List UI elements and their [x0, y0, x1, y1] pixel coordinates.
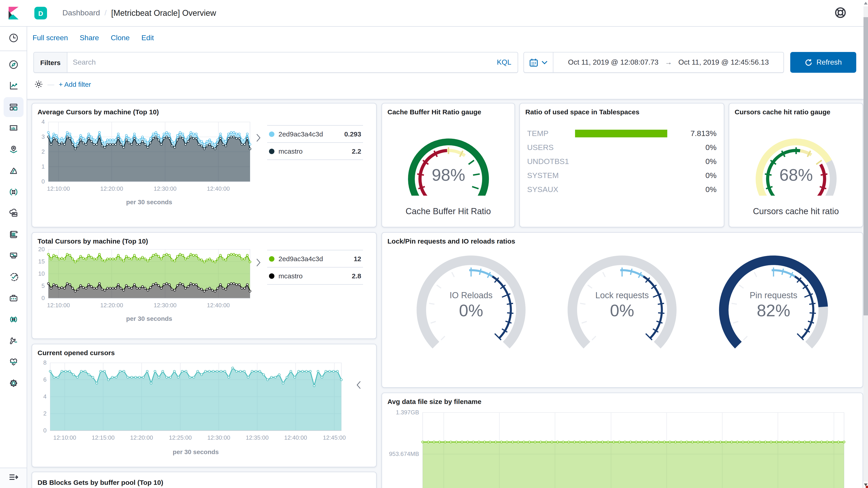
sidebar-item-dev-tools[interactable] [3, 331, 23, 351]
share-button[interactable]: Share [80, 34, 99, 42]
svg-text:12:10:00: 12:10:00 [47, 302, 70, 308]
sidebar-item-monitoring[interactable] [3, 352, 23, 372]
svg-text:12:40:00: 12:40:00 [207, 302, 230, 308]
tablespace-bar-zone [575, 186, 678, 193]
tablespace-bar-zone [575, 172, 678, 180]
scroll-up-arrow-icon[interactable] [864, 2, 868, 4]
scrollbar-track[interactable] [864, 6, 868, 482]
legend-item[interactable]: 2ed9ac3a4c3d 12 [267, 250, 363, 267]
space-badge[interactable]: D [34, 7, 47, 20]
tablespace-name: SYSAUX [527, 185, 575, 194]
svg-text:per 30 seconds: per 30 seconds [126, 315, 172, 322]
panel-tablespaces: Ratio of used space in Tablespaces TEMP7… [520, 103, 724, 227]
calendar-icon [529, 58, 538, 67]
tablespace-value: 0% [678, 171, 717, 180]
legend-item[interactable]: mcastro 2.2 [267, 142, 363, 160]
legend-item[interactable]: 2ed9ac3a4c3d 0.293 [267, 125, 363, 142]
svg-text:IO Reloads: IO Reloads [450, 291, 493, 300]
sidebar-item-visualize[interactable] [3, 76, 23, 96]
filters-button[interactable]: Filters [34, 53, 67, 72]
gear-icon[interactable] [34, 80, 43, 89]
tablespace-value: 0% [678, 185, 717, 194]
svg-text:98%: 98% [432, 166, 465, 184]
sidebar-item-logs[interactable] [3, 225, 23, 245]
time-range: Oct 11, 2019 @ 12:08:07.73 → Oct 11, 201… [553, 58, 783, 66]
sidebar-item-machine-learning[interactable] [3, 161, 23, 181]
panel-title: DB Blocks Gets by buffer pool (Top 10) [32, 472, 376, 487]
sidebar-item-metrics[interactable] [3, 203, 23, 223]
cache-buffer-gauge[interactable]: 98% [382, 117, 515, 197]
corner-marker [866, 486, 868, 488]
sidebar-collapse-button[interactable] [0, 468, 27, 488]
current-cursors-chart[interactable]: 0246812:10:0012:15:0012:20:0012:25:0012:… [32, 357, 376, 459]
vertical-scrollbar[interactable] [864, 0, 868, 488]
breadcrumb-dashboard-link[interactable]: Dashboard [62, 8, 100, 18]
svg-text:15: 15 [38, 258, 45, 265]
svg-text:0: 0 [41, 295, 45, 301]
full-screen-button[interactable]: Full screen [33, 34, 68, 42]
tablespace-bar-zone [575, 130, 678, 137]
sidebar-item-canvas[interactable] [3, 119, 23, 138]
time-range-end[interactable]: Oct 11, 2019 @ 12:45:56.13 [678, 58, 769, 66]
ticket-icon [8, 123, 18, 133]
sidebar-item-maps[interactable] [3, 140, 23, 160]
tablespace-row: USERS0% [527, 140, 717, 155]
scrollbar-thumb[interactable] [864, 17, 868, 315]
sidebar-item-management[interactable] [3, 373, 23, 393]
clone-button[interactable]: Clone [111, 34, 130, 42]
svg-text:0%: 0% [459, 301, 483, 320]
svg-text:4: 4 [43, 393, 46, 400]
tablespace-value: 7.813% [678, 129, 717, 138]
panel-title: Total Cursors by machine (Top 10) [32, 233, 376, 246]
panel-cursors-cache-gauge: Cursors cache hit ratio gauge 68% Cursor… [729, 103, 863, 227]
panel-avg-file-size: Avg data file size by filename 1.397GB95… [381, 393, 863, 488]
svg-text:Lock requests: Lock requests [596, 291, 649, 300]
tablespace-value: 0% [678, 157, 717, 166]
sidebar-item-share[interactable] [3, 310, 23, 329]
help-icon[interactable] [835, 7, 846, 20]
tablespace-value: 0% [678, 143, 717, 152]
series-dot [269, 131, 274, 137]
svg-text:12:10:00: 12:10:00 [53, 434, 76, 441]
dashboard-grid: Average Cursors by machine (Top 10) 0123… [27, 99, 864, 488]
svg-text:12:20:00: 12:20:00 [130, 434, 153, 441]
kql-button[interactable]: KQL [491, 58, 518, 66]
refresh-button[interactable]: Refresh [790, 52, 856, 73]
cursors-cache-gauge[interactable]: 68% [729, 117, 863, 197]
svg-text:Pin requests: Pin requests [749, 291, 797, 300]
svg-text:82%: 82% [757, 301, 790, 320]
panel-title: Cursors cache hit ratio gauge [729, 103, 863, 117]
svg-text:per 30 seconds: per 30 seconds [126, 199, 172, 205]
tablespace-row: UNDOTBS10% [527, 155, 717, 168]
calendar-dropdown-button[interactable] [524, 53, 553, 72]
legend-expand-icon[interactable] [255, 258, 261, 267]
gauge-pin-requests[interactable]: Pin requests82% [701, 246, 846, 358]
sidebar-item-graph[interactable] [3, 182, 23, 202]
svg-text:12:30:00: 12:30:00 [207, 434, 230, 441]
gauge-subtitle: Cursors cache hit ratio [729, 206, 863, 217]
svg-text:12:40:00: 12:40:00 [207, 185, 230, 192]
kibana-logo-icon[interactable] [0, 0, 27, 26]
ml-icon [8, 166, 18, 176]
tablespace-list: TEMP7.813%USERS0%UNDOTBS10%SYSTEM0%SYSAU… [520, 117, 724, 197]
legend-expand-icon[interactable] [255, 133, 261, 142]
sidebar-item-siem[interactable] [3, 288, 23, 308]
sidebar-item-recently-viewed[interactable] [3, 28, 23, 48]
sidebar-item-uptime[interactable] [3, 267, 23, 287]
panel-lock-pin-gauges: Lock/Pin requests and IO reloads ratios … [381, 232, 863, 388]
date-picker: Oct 11, 2019 @ 12:08:07.73 → Oct 11, 201… [524, 52, 784, 73]
gauge-io-reloads[interactable]: IO Reloads0% [399, 246, 544, 358]
edit-button[interactable]: Edit [142, 34, 154, 42]
sidebar-item-infrastructure[interactable] [3, 246, 23, 266]
sidebar-item-discover[interactable] [3, 55, 23, 74]
svg-text:0: 0 [41, 178, 45, 185]
svg-text:0: 0 [43, 427, 46, 434]
add-filter-button[interactable]: + Add filter [59, 80, 91, 88]
search-input[interactable]: Search [67, 58, 491, 66]
time-range-start[interactable]: Oct 11, 2019 @ 12:08:07.73 [568, 58, 658, 66]
gauge-lock-requests[interactable]: Lock requests0% [550, 246, 694, 358]
avg-file-size-chart[interactable]: 1.397GB953.674MB476.837MB0B [382, 406, 863, 488]
legend-collapse-icon[interactable] [356, 381, 361, 390]
legend-item[interactable]: mcastro 2.8 [267, 267, 363, 285]
sidebar-item-dashboard[interactable] [3, 97, 23, 117]
